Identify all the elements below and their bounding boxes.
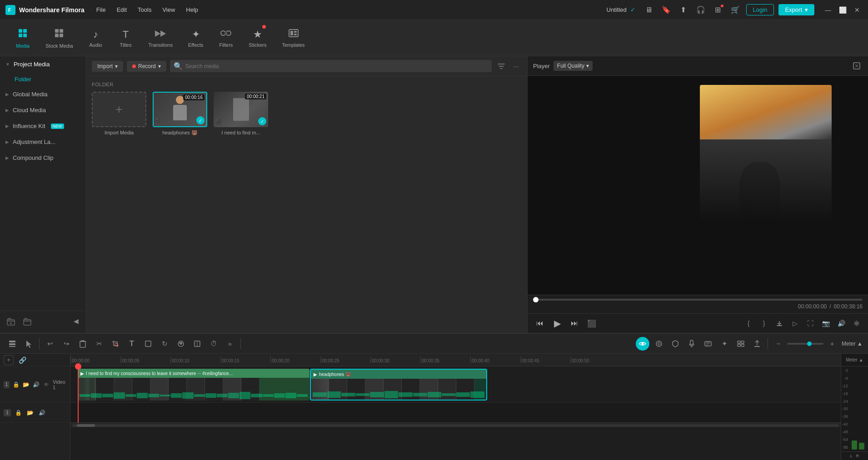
preview-expand-icon[interactable] — [851, 60, 863, 72]
more-options-icon[interactable]: ··· — [510, 60, 522, 72]
scrollbar-track[interactable] — [72, 424, 839, 427]
headphones-thumbnail[interactable]: 00:00:16 ⬛ ✓ — [153, 92, 207, 127]
toolbar-stickers[interactable]: ★ Stickers — [242, 25, 273, 51]
rotate-button[interactable]: ↻ — [158, 337, 171, 351]
sidebar-collapse-button[interactable]: ◀ — [70, 316, 81, 326]
toolbar-templates[interactable]: Templates — [275, 25, 311, 51]
noise-removal-button[interactable] — [701, 337, 715, 351]
track-folder-button[interactable]: 📂 — [22, 380, 30, 389]
headphones-clip-item[interactable]: 00:00:16 ⬛ ✓ headphones 🐻 — [153, 92, 207, 136]
zoom-track[interactable] — [787, 343, 823, 345]
toolbar-filters[interactable]: Filters — [212, 25, 239, 51]
track-lock-button[interactable]: 🔒 — [12, 380, 20, 389]
search-input[interactable] — [185, 63, 488, 69]
scrollbar-thumb[interactable] — [77, 424, 95, 427]
audio-track-volume-button[interactable]: 🔊 — [37, 408, 46, 417]
fullscreen-icon[interactable]: ⛶ — [804, 317, 816, 329]
skip-back-button[interactable]: ⏮ — [533, 317, 547, 330]
menu-edit[interactable]: Edit — [112, 5, 131, 15]
preview-progress-thumb[interactable] — [533, 297, 539, 302]
track-eye-button[interactable]: 👁 — [43, 380, 50, 389]
login-button[interactable]: Login — [746, 4, 774, 15]
crop-button[interactable] — [109, 337, 122, 351]
upload-icon[interactable]: ⬆ — [677, 4, 690, 16]
more-tools-button[interactable]: » — [223, 337, 237, 351]
meter-button[interactable]: Meter ▲ — [842, 341, 863, 347]
zoom-out-button[interactable]: − — [772, 337, 785, 351]
mark-in-icon[interactable]: { — [743, 317, 754, 329]
zoom-in-button[interactable]: + — [825, 337, 839, 351]
audio-sync-button[interactable] — [174, 337, 188, 351]
manage-folder-button[interactable] — [21, 316, 34, 328]
horizontal-scrollbar[interactable] — [70, 423, 841, 427]
sidebar-item-cloud-media[interactable]: ▶ Cloud Media — [0, 102, 86, 118]
grid-icon[interactable]: ⊞ — [712, 4, 724, 16]
preview-progress-track[interactable] — [533, 299, 863, 301]
box-button[interactable] — [141, 337, 155, 351]
quality-select[interactable]: Full Quality ▾ — [554, 61, 593, 71]
headphone-icon[interactable]: 🎧 — [694, 4, 707, 16]
link-track-button[interactable]: 🔗 — [17, 355, 27, 365]
clip-find-consciousness[interactable]: ▶ I need to find my consciousness to lea… — [78, 369, 309, 401]
filter-icon[interactable] — [495, 60, 507, 72]
skip-forward-button[interactable]: ⏭ — [568, 317, 581, 330]
import-placeholder[interactable]: + — [92, 92, 146, 127]
clock-button[interactable]: ⏱ — [207, 337, 220, 351]
add-track-button[interactable]: + — [4, 355, 14, 365]
play-button[interactable]: ▶ — [550, 317, 564, 330]
sidebar-item-project-media[interactable]: ▼ Project Media — [0, 56, 86, 72]
snapshot-icon[interactable]: 📷 — [820, 317, 832, 329]
clip-headphones[interactable]: ▶ headphones 🐻 — [310, 369, 487, 401]
shield-button[interactable] — [668, 337, 682, 351]
menu-file[interactable]: File — [92, 5, 110, 15]
track-volume-button[interactable]: 🔊 — [32, 380, 40, 389]
send-to-tl-icon[interactable] — [773, 317, 785, 329]
toolbar-transitions[interactable]: Transitions — [142, 25, 179, 51]
volume-icon[interactable]: 🔊 — [835, 317, 847, 329]
playhead[interactable] — [78, 366, 79, 423]
screen-split-button[interactable] — [190, 337, 204, 351]
maximize-button[interactable]: ⬜ — [837, 5, 848, 15]
delete-button[interactable] — [76, 337, 90, 351]
import-media-item[interactable]: + Import Media — [92, 92, 146, 136]
sidebar-item-global-media[interactable]: ▶ Global Media — [0, 86, 86, 102]
color-grading-button[interactable] — [652, 337, 666, 351]
undo-button[interactable]: ↩ — [43, 337, 57, 351]
select-tool-button[interactable] — [22, 337, 35, 351]
minimize-button[interactable]: — — [823, 5, 833, 15]
sparkle-button[interactable]: ✦ — [718, 337, 731, 351]
export-timeline-button[interactable] — [750, 337, 764, 351]
export-button[interactable]: Export ▾ — [778, 4, 814, 15]
sidebar-item-folder[interactable]: Folder — [0, 72, 86, 86]
redo-button[interactable]: ↪ — [60, 337, 73, 351]
eye-tracking-button[interactable] — [636, 337, 649, 351]
close-button[interactable]: ✕ — [852, 5, 863, 15]
text-button[interactable]: T — [125, 337, 139, 351]
toolbar-effects[interactable]: ✦ Effects — [182, 25, 210, 51]
toolbar-media[interactable]: Media — [9, 24, 36, 52]
find-consciousness-item[interactable]: 00:00:21 ⬛ ✓ I need to find m... — [214, 92, 268, 136]
send-right-icon[interactable]: ▷ — [789, 317, 801, 329]
audio-track-lock-button[interactable]: 🔒 — [14, 408, 23, 417]
audio-track-folder-button[interactable]: 📂 — [25, 408, 35, 417]
sidebar-item-influence-kit[interactable]: ▶ Influence Kit NEW — [0, 118, 86, 134]
stop-button[interactable]: ⬛ — [585, 317, 599, 330]
import-button[interactable]: Import ▾ — [92, 61, 123, 72]
menu-view[interactable]: View — [158, 5, 180, 15]
bookmark-icon[interactable]: 🔖 — [660, 4, 673, 16]
add-folder-button[interactable] — [5, 316, 17, 328]
toolbar-stock-media[interactable]: Stock Media — [39, 24, 80, 52]
menu-help[interactable]: Help — [181, 5, 203, 15]
cart-icon[interactable]: 🛒 — [729, 4, 742, 16]
mic-button[interactable] — [685, 337, 698, 351]
record-button[interactable]: Record ▾ — [127, 61, 166, 72]
mark-out-icon[interactable]: } — [758, 317, 770, 329]
settings-preview-icon[interactable] — [851, 317, 863, 329]
cut-button[interactable]: ✂ — [92, 337, 106, 351]
sidebar-item-adjustment[interactable]: ▶ Adjustment La... — [0, 134, 86, 150]
find-thumbnail[interactable]: 00:00:21 ⬛ ✓ — [214, 92, 268, 127]
tracks-layout-button[interactable] — [5, 337, 19, 351]
sidebar-item-compound-clip[interactable]: ▶ Compound Clip — [0, 150, 86, 166]
search-bar[interactable]: 🔍 — [170, 60, 492, 72]
menu-tools[interactable]: Tools — [133, 5, 156, 15]
